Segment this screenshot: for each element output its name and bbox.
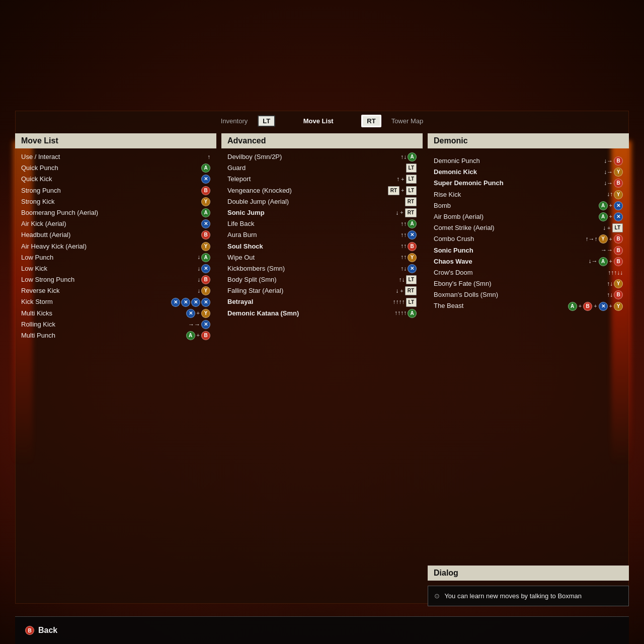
towermap-label: Tower Map [391,117,424,125]
movelist-body: Use / Interact ↑ Quick Punch A Quick Kic… [15,149,216,606]
adv-life-back: Life Back ↑↑A [225,218,419,229]
back-button[interactable]: B Back [25,626,57,635]
adv-vengeance: Vengeance (Knocked) RT+LT [225,185,419,196]
move-kick-storm: Kick Storm ✕✕✕✕ [19,296,212,307]
main-panels: Move List Use / Interact ↑ Quick Punch A… [15,133,629,606]
adv-double-jump: Double Jump (Aerial) RT [225,196,419,207]
lt-button[interactable]: LT [258,115,275,127]
dem-combo-crush: Combo Crush ↑→↑Y+B [432,233,625,245]
ui-container: Inventory LT Move List RT Tower Map Move… [15,111,629,606]
adv-betrayal: Betrayal ↑↑↑↑LT [225,296,419,307]
rt-button[interactable]: RT [361,115,381,127]
move-strong-punch: Strong Punch B [19,185,212,196]
move-air-heavy-kick: Air Heavy Kick (Aerial) Y [19,241,212,252]
movelist-tab-label[interactable]: Move List [303,117,334,125]
dem-boxmans-dolls: Boxman's Dolls (Smn) ↑↓B [432,289,625,300]
adv-guard: Guard LT [225,163,419,174]
movelist-header: Move List [15,133,216,148]
back-label: Back [38,626,57,635]
b-icon: B [25,626,34,635]
dem-super-demonic-punch: Super Demonic Punch ↓→B [432,178,625,189]
move-quick-kick: Quick Kick ✕ [19,174,212,185]
dialog-bullet: ⊙ [434,592,440,600]
dem-chaos-wave: Chaos Wave ↓→A+B [432,256,625,267]
inventory-label: Inventory [221,117,248,125]
dem-sonic-punch: Sonic Punch →→B [432,245,625,256]
demonic-body: Demonic Punch ↓→B Demonic Kick ↓→Y Super… [428,153,629,558]
dem-bomb: Bomb A+✕ [432,200,625,211]
dem-rise-kick: Rise Kick ↓↑Y [432,189,625,200]
dialog-header: Dialog [428,566,629,581]
advanced-panel: Advanced Devilboy (Smn/2P) ↑↓A Guard LT … [221,133,423,606]
adv-teleport: Teleport ↑+LT [225,174,419,185]
move-low-strong-punch: Low Strong Punch ↓B [19,274,212,285]
move-low-kick: Low Kick ↓✕ [19,263,212,274]
move-multi-punch: Multi Punch A+B [19,330,212,341]
adv-sonic-jump: Sonic Jump ↓+RT [225,207,419,218]
dem-air-bomb: Air Bomb (Aerial) A+✕ [432,211,625,222]
adv-falling-star: Falling Star (Aerial) ↓+RT [225,285,419,296]
dem-the-beast: The Beast A+B+✕+Y [432,300,625,311]
move-quick-punch: Quick Punch A [19,163,212,174]
adv-aura-burn: Aura Burn ↑↑✕ [225,229,419,240]
dialog-box: ⊙ You can learn new moves by talking to … [428,586,629,607]
dem-comet-strike: Comet Strike (Aerial) ↓+LT [432,222,625,233]
demonic-dialog-panel: Demonic Demonic Punch ↓→B Demonic Kick ↓… [428,133,629,606]
demonic-header: Demonic [428,133,629,148]
advanced-header: Advanced [221,133,423,148]
dem-demonic-punch: Demonic Punch ↓→B [432,155,625,167]
dem-ebonys-fate: Ebony's Fate (Smn) ↑↓Y [432,278,625,289]
tab-navigation: Inventory LT Move List RT Tower Map [15,111,629,133]
move-strong-kick: Strong Kick Y [19,196,212,207]
adv-devilboy: Devilboy (Smn/2P) ↑↓A [225,151,419,163]
dialog-text: You can learn new moves by talking to Bo… [444,592,582,600]
move-rolling-kick: Rolling Kick →→✕ [19,319,212,330]
adv-kickbombers: Kickbombers (Smn) ↑↓✕ [225,263,419,274]
move-headbutt: Headbutt (Aerial) B [19,229,212,240]
move-boomerang-punch: Boomerang Punch (Aerial) A [19,207,212,218]
move-low-punch: Low Punch ↓A [19,252,212,263]
dem-demonic-kick: Demonic Kick ↓→Y [432,167,625,178]
adv-demonic-katana: Demonic Katana (Smn) ↑↑↑↑A [225,308,419,319]
move-use-interact: Use / Interact ↑ [19,151,212,163]
move-air-kick: Air Kick (Aerial) ✕ [19,218,212,229]
advanced-body: Devilboy (Smn/2P) ↑↓A Guard LT Teleport … [221,149,423,606]
adv-body-split: Body Split (Smn) ↑↓LT [225,274,419,285]
adv-soul-shock: Soul Shock ↑↑B [225,241,419,252]
move-multi-kicks: Multi Kicks ✕+Y [19,308,212,319]
adv-wipe-out: Wipe Out ↑↑Y [225,252,419,263]
dem-crows-doom: Crow's Doom ↑↑↑↓↓ [432,267,625,278]
move-reverse-kick: Reverse Kick ↓Y [19,285,212,296]
bottom-bar: B Back [15,616,629,644]
movelist-panel: Move List Use / Interact ↑ Quick Punch A… [15,133,216,606]
